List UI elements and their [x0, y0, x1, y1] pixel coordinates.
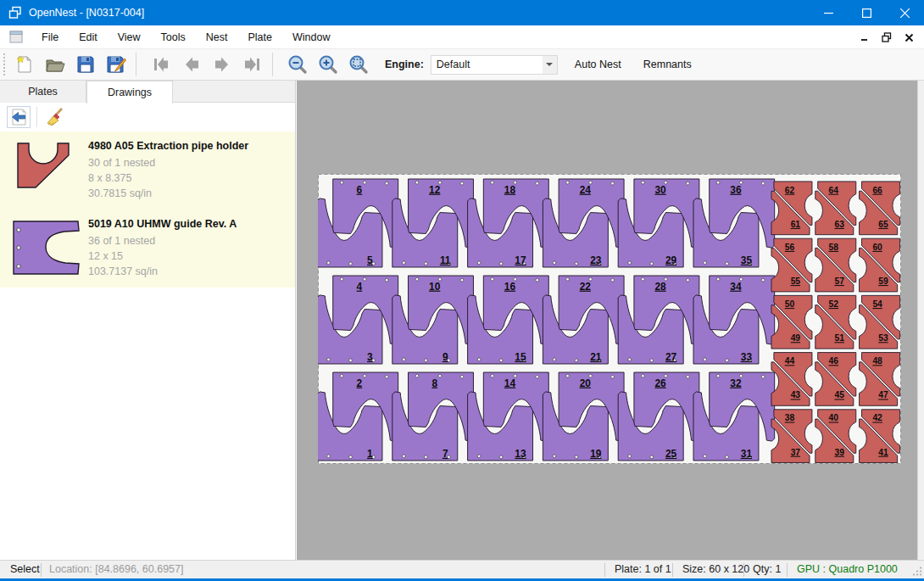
statusbar-separator [41, 563, 42, 577]
nest-canvas[interactable]: 6543211211109871817161514132423222120193… [297, 81, 924, 560]
part-number: 19 [590, 448, 602, 460]
red-part-thumbnail [8, 138, 85, 201]
menu-plate[interactable]: Plate [237, 27, 282, 47]
minimize-icon [824, 8, 833, 18]
plate-qty: Qty: 1 [753, 563, 781, 575]
first-plate-button[interactable] [148, 52, 174, 77]
engine-combobox[interactable]: Default [431, 55, 558, 75]
part-number: 41 [878, 448, 888, 457]
menu-tools[interactable]: Tools [151, 27, 196, 47]
part-number: 1 [367, 448, 373, 460]
engine-label: Engine: [385, 59, 424, 70]
part-number: 47 [878, 390, 888, 399]
part-number: 34 [730, 281, 742, 293]
mdi-close-button[interactable] [900, 29, 917, 46]
zoom-fit-icon [348, 53, 370, 75]
part-number: 22 [580, 281, 592, 293]
back-arrow-button[interactable] [7, 106, 31, 128]
close-icon [900, 8, 910, 18]
menu-view[interactable]: View [108, 27, 151, 47]
menu-file[interactable]: File [31, 27, 69, 47]
part-number: 43 [791, 390, 801, 399]
title-bar: OpenNest - [N0317-004] [0, 0, 924, 25]
part-number: 65 [878, 220, 888, 229]
part-number: 18 [504, 184, 516, 196]
part-number: 63 [834, 220, 844, 229]
close-button[interactable] [886, 0, 924, 25]
engine-dropdown-arrow-icon[interactable] [543, 56, 557, 74]
minimize-button[interactable] [810, 0, 848, 25]
zoom-in-button[interactable] [315, 52, 341, 77]
app-icon [8, 6, 22, 20]
open-folder-button[interactable] [42, 52, 68, 77]
plate[interactable]: 6543211211109871817161514132423222120193… [318, 174, 901, 464]
mdi-restore-button[interactable] [878, 29, 895, 46]
menu-nest[interactable]: Nest [196, 27, 238, 47]
part-number: 56 [785, 243, 795, 252]
drawing-title: 5019 A10 UHMW guide Rev. A [88, 216, 287, 233]
last-plate-button[interactable] [240, 52, 265, 77]
resize-grip[interactable] [912, 566, 922, 576]
part-number: 5 [367, 254, 373, 266]
part-number: 36 [730, 184, 742, 196]
part-number: 30 [654, 184, 666, 196]
new-document-button[interactable] [12, 52, 37, 77]
part-number: 53 [878, 333, 888, 343]
next-plate-button[interactable] [209, 52, 235, 77]
menu-window[interactable]: Window [282, 27, 340, 47]
plate-count: Plate: 1 of 1 [615, 563, 671, 575]
auto-nest-button[interactable]: Auto Nest [570, 54, 626, 75]
part-number: 9 [443, 351, 448, 363]
part-number: 21 [590, 351, 602, 363]
status-bar: Select Location: [84.8696, 60.6957] Plat… [0, 560, 924, 578]
canvas-right-scrollbar[interactable] [917, 81, 924, 560]
drawing-item[interactable]: 5019 A10 UHMW guide Rev. A36 of 1 nested… [0, 209, 295, 288]
clean-broom-button[interactable] [43, 106, 67, 128]
part-number: 24 [580, 184, 592, 196]
part-number: 23 [590, 254, 602, 266]
part-number: 45 [834, 390, 844, 399]
mdi-close-icon [905, 33, 914, 42]
menu-edit[interactable]: Edit [69, 27, 108, 47]
statusbar-separator [604, 563, 605, 577]
clean-broom-icon [45, 107, 65, 127]
part-number: 33 [741, 351, 753, 363]
purple-part-thumbnail [8, 216, 85, 279]
save-button[interactable] [73, 52, 98, 77]
back-arrow-icon [9, 108, 28, 126]
zoom-fit-button[interactable] [346, 52, 371, 77]
part-number: 51 [834, 333, 844, 343]
part-number: 35 [741, 254, 753, 266]
statusbar-separator [743, 563, 744, 577]
part-number: 40 [829, 414, 839, 423]
save-as-button[interactable] [103, 52, 129, 77]
part-number: 55 [791, 277, 801, 286]
drawing-item[interactable]: 4980 A05 Extraction pipe holder30 of 1 n… [0, 131, 295, 209]
part-number: 32 [730, 377, 742, 389]
maximize-button[interactable] [848, 0, 886, 25]
part-number: 29 [665, 254, 677, 266]
part-number: 6 [357, 184, 363, 196]
part-number: 13 [515, 448, 526, 460]
toolbar-grip[interactable] [3, 53, 7, 75]
part-number: 60 [872, 243, 882, 252]
part-number: 26 [654, 377, 666, 389]
drawings-list: 4980 A05 Extraction pipe holder30 of 1 n… [0, 131, 295, 288]
zoom-out-button[interactable] [285, 52, 310, 77]
mdi-minimize-button[interactable] [856, 29, 873, 46]
drawings-toolbar [0, 103, 295, 131]
tab-drawings[interactable]: Drawings [86, 81, 173, 103]
save-icon [75, 53, 97, 75]
zoom-in-icon [317, 53, 339, 75]
part-number: 37 [791, 448, 801, 457]
part-number: 11 [440, 254, 451, 266]
part-number: 46 [829, 356, 839, 366]
part-number: 2 [357, 377, 363, 389]
tab-plates[interactable]: Plates [0, 81, 86, 103]
engine-value: Default [431, 59, 470, 70]
part-number: 61 [791, 220, 801, 229]
previous-plate-button[interactable] [179, 52, 204, 77]
part-number: 38 [785, 414, 795, 423]
remnants-button[interactable]: Remnants [638, 54, 697, 75]
part-number: 3 [367, 351, 373, 363]
